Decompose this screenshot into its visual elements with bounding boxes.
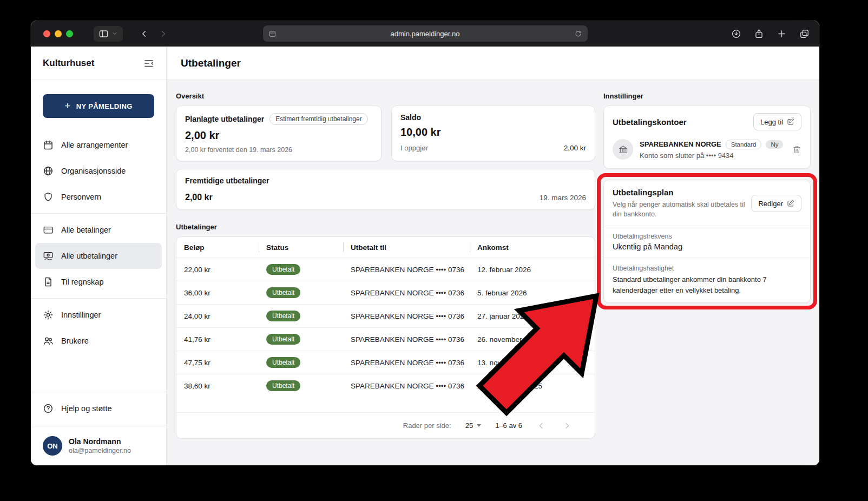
sidebar-item-label: Alle arrangementer (61, 141, 128, 149)
bank-name: SPAREBANKEN NORGE (640, 140, 721, 148)
card-icon (43, 225, 54, 235)
pagination-range: 1–6 av 6 (495, 421, 522, 430)
payout-amount: 41,76 kr (176, 335, 259, 344)
page-settings-icon[interactable] (268, 30, 277, 38)
user-profile[interactable]: ON Ola Nordmann ola@pameldinger.no (31, 429, 166, 464)
sidebar-item-personvern[interactable]: Personvern (35, 184, 162, 210)
overview-cards: Planlagte utbetalinger Estimert fremtidi… (176, 106, 595, 161)
divider (31, 425, 166, 425)
payout-destination: SPAREBANKEN NORGE •••• 0736 (343, 289, 470, 297)
sidebar-item-label: Brukere (61, 337, 89, 345)
table-row[interactable]: 22,00 kr Utbetalt SPAREBANKEN NORGE ••••… (176, 258, 595, 281)
table-row[interactable]: 38,60 kr Utbetalt SPAREBANKEN NORGE ••••… (176, 374, 595, 397)
payout-arrival: 12. februar 2026 (470, 266, 595, 274)
sidebar-toggle-button[interactable] (94, 26, 123, 42)
sidebar-item-til-regnskap[interactable]: Til regnskap (35, 269, 162, 295)
document-icon (43, 276, 54, 287)
payout-icon (43, 250, 54, 261)
table-row[interactable]: 47,75 kr Utbetalt SPAREBANKEN NORGE ••••… (176, 351, 595, 374)
add-account-button[interactable]: Legg til (753, 113, 801, 130)
planned-card-title: Planlagte utbetalinger (185, 115, 264, 123)
collapse-sidebar-icon[interactable] (143, 58, 154, 69)
payout-status-badge: Utbetalt (266, 311, 300, 321)
shield-icon (43, 192, 54, 202)
payout-destination: SPAREBANKEN NORGE •••• 0736 (343, 359, 470, 367)
planned-subtext: 2,00 kr forventet den 19. mars 2026 (185, 146, 372, 154)
speed-value: Standard utbetalinger ankommer din bankk… (613, 274, 801, 295)
settlement-row: I oppgjør 2,00 kr (400, 144, 586, 152)
plan-head-text: Utbetalingsplan Velg når penger automati… (613, 188, 746, 219)
rows-per-page-select[interactable]: 25 (465, 421, 481, 430)
table-pagination: Rader per side: 25 1–6 av 6 (176, 412, 595, 438)
table-row[interactable]: 24,00 kr Utbetalt SPAREBANKEN NORGE ••••… (176, 304, 595, 327)
page-title: Utbetalinger (181, 57, 241, 69)
delete-account-icon[interactable] (792, 145, 801, 154)
sidebar-item-label: Alle utbetalinger (61, 252, 117, 260)
main-body: Oversikt Planlagte utbetalinger Estimert… (167, 80, 819, 465)
plan-description: Velg når penger automatisk skal utbetale… (613, 200, 746, 219)
plan-card-head: Utbetalingsplan Velg når penger automati… (613, 188, 801, 219)
new-registration-button[interactable]: + NY PÅMELDING (43, 94, 154, 118)
sidebar-item-hjelp-og-stotte[interactable]: Hjelp og støtte (35, 395, 162, 421)
sidebar-item-alle-utbetalinger[interactable]: Alle utbetalinger (35, 243, 162, 269)
sidebar-item-label: Innstillinger (61, 311, 101, 319)
bank-info: SPAREBANKEN NORGE Standard Ny Konto som … (640, 140, 786, 160)
main-area: Utbetalinger Oversikt Planlagte utbetali… (167, 47, 819, 465)
balance-card-title: Saldo (400, 113, 586, 122)
frequency-value: Ukentlig på Mandag (613, 242, 801, 251)
divider (31, 392, 166, 392)
sidebar-header: Kulturhuset (31, 47, 166, 80)
titlebar-actions (731, 21, 810, 47)
payout-status-cell: Utbetalt (259, 264, 343, 275)
url-text: admin.pameldinger.no (277, 30, 574, 38)
rows-per-page-label: Rader per side: (403, 421, 451, 430)
accounts-card-title: Utbetalingskontoer (613, 117, 687, 127)
close-window-button[interactable] (43, 30, 50, 37)
sidebar: Kulturhuset + NY PÅMELDING Alle arrangem… (31, 47, 167, 465)
payout-status-cell: Utbetalt (259, 357, 343, 368)
payout-amount: 24,00 kr (176, 312, 259, 320)
sidebar-item-brukere[interactable]: Brukere (35, 328, 162, 354)
sidebar-item-innstillinger[interactable]: Innstillinger (35, 302, 162, 328)
sidebar-toggle-icon (98, 29, 109, 39)
sidebar-item-alle-arrangementer[interactable]: Alle arrangementer (35, 132, 162, 158)
payout-destination: SPAREBANKEN NORGE •••• 0736 (343, 312, 470, 320)
reload-icon[interactable] (574, 30, 582, 38)
sidebar-item-label: Organisasjonsside (61, 167, 126, 175)
payout-status-cell: Utbetalt (259, 287, 343, 298)
bank-icon (613, 139, 633, 160)
bank-line-1: SPAREBANKEN NORGE Standard Ny (640, 140, 786, 149)
tab-overview-icon[interactable] (799, 29, 810, 39)
users-icon (43, 335, 54, 346)
add-account-label: Legg til (760, 118, 783, 126)
edit-plan-label: Rediger (758, 200, 783, 208)
payout-status-cell: Utbetalt (259, 311, 343, 321)
next-page-icon[interactable] (562, 421, 572, 431)
settlement-label: I oppgjør (400, 144, 428, 152)
user-email: ola@pameldinger.no (69, 447, 131, 454)
table-spacer (176, 397, 595, 412)
zoom-window-button[interactable] (66, 30, 73, 37)
share-icon[interactable] (754, 29, 764, 39)
payouts-section-label: Utbetalinger (176, 223, 595, 231)
settings-section-label: Innstillinger (603, 92, 811, 100)
sidebar-item-alle-betalinger[interactable]: Alle betalinger (35, 217, 162, 243)
divider (604, 226, 810, 226)
future-amount: 2,00 kr (185, 193, 213, 202)
address-bar[interactable]: admin.pameldinger.no (263, 25, 588, 42)
minimize-window-button[interactable] (55, 30, 62, 37)
table-row[interactable]: 41,76 kr Utbetalt SPAREBANKEN NORGE ••••… (176, 327, 595, 351)
new-tab-icon[interactable] (777, 29, 787, 39)
forward-button[interactable] (158, 29, 168, 39)
previous-page-icon[interactable] (536, 421, 546, 431)
accounts-card-head: Utbetalingskontoer Legg til (613, 113, 801, 130)
edit-plan-button[interactable]: Rediger (751, 195, 801, 212)
table-row[interactable]: 36,00 kr Utbetalt SPAREBANKEN NORGE ••••… (176, 281, 595, 304)
sidebar-item-organisasjonsside[interactable]: Organisasjonsside (35, 158, 162, 184)
back-button[interactable] (139, 29, 149, 39)
planned-payouts-card: Planlagte utbetalinger Estimert fremtidi… (176, 106, 382, 161)
downloads-icon[interactable] (731, 29, 741, 39)
annotation-highlight-box: Utbetalingsplan Velg når penger automati… (597, 173, 817, 309)
future-card-title: Fremtidige utbetalinger (185, 176, 586, 185)
browser-titlebar: admin.pameldinger.no (31, 21, 819, 47)
